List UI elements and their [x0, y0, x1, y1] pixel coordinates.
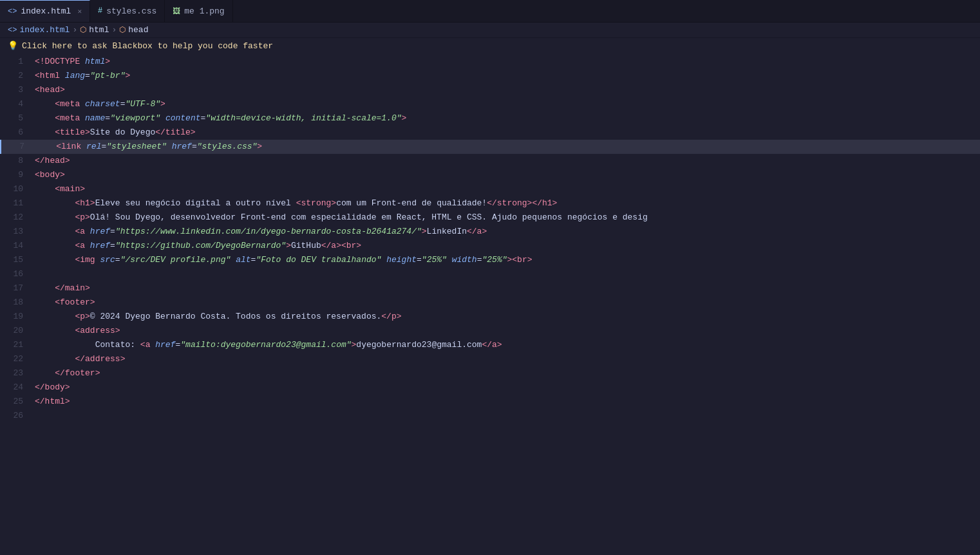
code-line-7: 7 <link rel="stylesheet" href="styles.cs… [0, 140, 980, 154]
breadcrumb-head-label[interactable]: head [128, 25, 148, 35]
line-number-23: 23 [0, 366, 32, 381]
breadcrumb-html-label[interactable]: html [89, 25, 109, 35]
line-number-19: 19 [0, 310, 32, 324]
line-content-23: </footer> [32, 366, 980, 381]
breadcrumb-head-icon: ⬡ [119, 25, 126, 35]
blackbox-banner[interactable]: 💡 Click here to ask Blackbox to help you… [0, 38, 980, 53]
code-line-23: 23 </footer> [0, 366, 980, 381]
line-number-8: 8 [0, 154, 32, 168]
code-line-15: 15 <img src="/src/DEV profile.png" alt="… [0, 253, 980, 267]
code-line-2: 2 <html lang="pt-br"> [0, 69, 980, 83]
code-line-1: 1 <!DOCTYPE html> [0, 55, 980, 69]
line-number-13: 13 [0, 225, 32, 239]
code-line-14: 14 <a href="https://github.com/DyegoBern… [0, 239, 980, 253]
line-number-18: 18 [0, 296, 32, 310]
tab-styles-css[interactable]: # styles.css [90, 0, 165, 22]
editor[interactable]: 1 <!DOCTYPE html> 2 <html lang="pt-br"> … [0, 55, 980, 423]
code-line-4: 4 <meta charset="UTF-8"> [0, 97, 980, 111]
code-line-17: 17 </main> [0, 281, 980, 296]
line-content-14: <a href="https://github.com/DyegoBernard… [32, 239, 980, 253]
tab-bar: <> index.html ✕ # styles.css 🖼 me 1.png [0, 0, 980, 23]
code-line-6: 6 <title>Site do Dyego</title> [0, 126, 980, 140]
code-line-26: 26 [0, 409, 980, 423]
line-number-17: 17 [0, 281, 32, 296]
line-content-7: <link rel="stylesheet" href="styles.css"… [33, 140, 980, 154]
line-content-3: <head> [32, 83, 980, 97]
line-content-25: </html> [32, 395, 980, 409]
line-content-12: <p>Olá! Sou Dyego, desenvolvedor Front-e… [32, 211, 980, 225]
line-number-26: 26 [0, 409, 32, 423]
line-number-11: 11 [0, 196, 32, 211]
line-number-21: 21 [0, 338, 32, 352]
code-line-20: 20 <address> [0, 324, 980, 338]
line-number-14: 14 [0, 239, 32, 253]
breadcrumb-file[interactable]: index.html [19, 25, 70, 35]
line-number-6: 6 [0, 126, 32, 140]
line-content-2: <html lang="pt-br"> [32, 69, 980, 83]
line-content-19: <p>© 2024 Dyego Bernardo Costa. Todos os… [32, 310, 980, 324]
line-content-24: </body> [32, 381, 980, 395]
code-line-8: 8 </head> [0, 154, 980, 168]
line-content-17: </main> [32, 281, 980, 296]
line-content-6: <title>Site do Dyego</title> [32, 126, 980, 140]
code-line-16: 16 [0, 267, 980, 281]
code-line-19: 19 <p>© 2024 Dyego Bernardo Costa. Todos… [0, 310, 980, 324]
tab-index-html[interactable]: <> index.html ✕ [0, 0, 90, 22]
line-number-7: 7 [1, 140, 33, 154]
code-line-5: 5 <meta name="viewport" content="width=d… [0, 111, 980, 126]
line-number-15: 15 [0, 253, 32, 267]
tab-close-index-html[interactable]: ✕ [77, 7, 82, 15]
line-content-21: Contato: <a href="mailto:dyegobernardo23… [32, 338, 980, 352]
code-line-24: 24 </body> [0, 381, 980, 395]
line-number-5: 5 [0, 111, 32, 126]
blackbox-text: Click here to ask Blackbox to help you c… [22, 41, 273, 51]
line-content-22: </address> [32, 352, 980, 366]
png-icon: 🖼 [173, 6, 180, 16]
line-number-24: 24 [0, 381, 32, 395]
line-content-1: <!DOCTYPE html> [32, 55, 980, 69]
line-number-20: 20 [0, 324, 32, 338]
line-number-12: 12 [0, 211, 32, 225]
line-content-4: <meta charset="UTF-8"> [32, 97, 980, 111]
code-line-18: 18 <footer> [0, 296, 980, 310]
line-content-15: <img src="/src/DEV profile.png" alt="Fot… [32, 253, 980, 267]
code-line-10: 10 <main> [0, 182, 980, 196]
code-line-13: 13 <a href="https://www.linkedin.com/in/… [0, 225, 980, 239]
breadcrumb-sep-2: › [111, 25, 117, 35]
line-number-9: 9 [0, 168, 32, 182]
code-line-21: 21 Contato: <a href="mailto:dyegobernard… [0, 338, 980, 352]
blackbox-icon: 💡 [8, 41, 18, 51]
line-number-25: 25 [0, 395, 32, 409]
breadcrumb-html-tag-icon: ⬡ [80, 25, 86, 35]
line-number-4: 4 [0, 97, 32, 111]
breadcrumb-html-icon: <> [8, 26, 17, 35]
code-line-12: 12 <p>Olá! Sou Dyego, desenvolvedor Fron… [0, 211, 980, 225]
tab-me-png[interactable]: 🖼 me 1.png [165, 0, 232, 22]
line-content-10: <main> [32, 182, 980, 196]
html-icon: <> [8, 7, 17, 16]
line-content-20: <address> [32, 324, 980, 338]
code-area: 1 <!DOCTYPE html> 2 <html lang="pt-br"> … [0, 55, 980, 423]
line-content-8: </head> [32, 154, 980, 168]
code-line-25: 25 </html> [0, 395, 980, 409]
line-number-1: 1 [0, 55, 32, 69]
line-content-9: <body> [32, 168, 980, 182]
line-content-5: <meta name="viewport" content="width=dev… [32, 111, 980, 126]
breadcrumb-sep-1: › [72, 25, 77, 35]
line-content-13: <a href="https://www.linkedin.com/in/dye… [32, 225, 980, 239]
breadcrumb: <> index.html › ⬡ html › ⬡ head [0, 23, 980, 38]
line-number-3: 3 [0, 83, 32, 97]
code-line-22: 22 </address> [0, 352, 980, 366]
line-content-11: <h1>Eleve seu negócio digital a outro ní… [32, 196, 980, 211]
tab-label-me-png: me 1.png [184, 6, 224, 16]
tab-label-styles-css: styles.css [106, 6, 156, 16]
code-line-11: 11 <h1>Eleve seu negócio digital a outro… [0, 196, 980, 211]
code-line-3: 3 <head> [0, 83, 980, 97]
css-icon: # [98, 6, 102, 15]
line-number-22: 22 [0, 352, 32, 366]
line-content-18: <footer> [32, 296, 980, 310]
code-line-9: 9 <body> [0, 168, 980, 182]
line-number-10: 10 [0, 182, 32, 196]
line-number-16: 16 [0, 267, 32, 281]
line-number-2: 2 [0, 69, 32, 83]
